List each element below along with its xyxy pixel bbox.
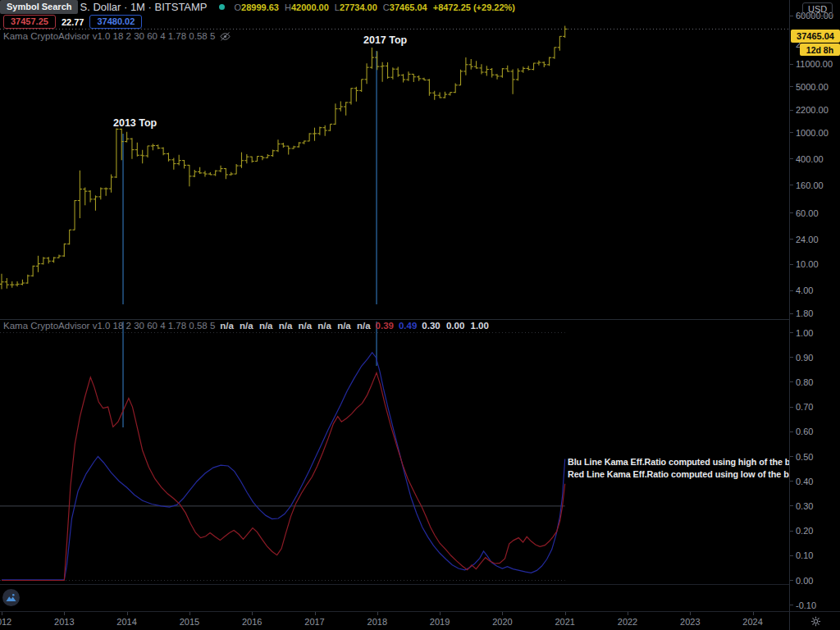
axis-tick-label: 0.40 xyxy=(796,477,813,486)
indicator-note-line1: Blu Line Kama Eff.Ratio computed using h… xyxy=(568,456,798,468)
axis-tick-mark xyxy=(790,132,793,133)
indicator-level-values: 0.30 0.00 1.00 xyxy=(422,321,489,331)
symbol-title[interactable]: S. Dollar · 1M · BITSTAMP xyxy=(80,1,207,13)
year-tick-mark xyxy=(127,612,128,615)
axis-tick-label: 0.50 xyxy=(796,452,813,462)
annotation-2017-top[interactable]: 2017 Top xyxy=(363,34,407,46)
spread-value: 22.77 xyxy=(62,17,84,27)
year-label: 2018 xyxy=(368,617,387,627)
axis-tick-label: 1000.00 xyxy=(796,128,829,138)
axis-tick-mark xyxy=(790,481,793,482)
year-label: 2017 xyxy=(304,617,324,627)
annotation-2013-top[interactable]: 2013 Top xyxy=(113,117,157,129)
axis-tick-label: 0.20 xyxy=(796,526,813,536)
axis-tick-mark xyxy=(790,212,793,213)
axis-tick-label: 160.00 xyxy=(796,180,824,190)
axis-tick-label: 4.00 xyxy=(796,285,813,295)
year-tick-mark xyxy=(628,612,628,615)
axis-tick-label: 5000.00 xyxy=(796,82,829,92)
axis-tick-label: 0.80 xyxy=(796,377,813,387)
ohlc-readout: O28999.63 H42000.00 L27734.00 C37465.04 … xyxy=(235,2,521,12)
indicator-legend-label: Kama CryptoAdvisor v1.0 18 2 30 60 4 1.7… xyxy=(3,31,215,41)
year-label: 2021 xyxy=(555,617,574,627)
axis-tick-mark xyxy=(790,313,793,314)
axis-tick-mark xyxy=(790,290,793,291)
axis-tick-label: -0.10 xyxy=(796,600,816,610)
year-tick-mark xyxy=(377,612,378,615)
chart-image-button[interactable] xyxy=(2,589,20,606)
axis-tick-label: 0.00 xyxy=(796,576,813,586)
indicator-red-value: 0.39 xyxy=(376,321,394,331)
eff-ratio-low-red[interactable] xyxy=(2,372,565,580)
axis-tick-mark xyxy=(790,531,793,532)
header-row: Symbol Search S. Dollar · 1M · BITSTAMP … xyxy=(0,0,521,14)
axis-tick-mark xyxy=(790,239,793,240)
chart-canvas[interactable] xyxy=(0,0,789,611)
axis-tick-label: 400.00 xyxy=(796,154,824,164)
axis-tick-mark xyxy=(790,505,793,506)
axis-tick-mark xyxy=(790,381,793,382)
countdown-badge: 12d 8h xyxy=(800,43,840,56)
ohlc-open-label: O xyxy=(235,2,242,12)
axis-tick-mark xyxy=(790,580,793,581)
alert-labels-row: 37457.25 22.77 37480.02 xyxy=(3,15,142,29)
price-axis[interactable]: 60000.0011000.005000.002200.001000.00400… xyxy=(789,0,840,611)
year-label: 2020 xyxy=(492,617,512,627)
axis-tick-mark xyxy=(790,407,793,408)
year-label: 2022 xyxy=(618,617,637,627)
time-axis[interactable]: 2012201320142015201620172018201920202021… xyxy=(0,611,789,630)
year-tick-mark xyxy=(2,612,2,615)
year-tick-mark xyxy=(315,612,316,615)
year-tick-mark xyxy=(440,612,441,615)
axis-tick-mark xyxy=(790,64,793,65)
ohlc-close-value: 37465.04 xyxy=(390,2,427,12)
axis-tick-label: 1.00 xyxy=(796,328,813,338)
year-label: 2014 xyxy=(116,617,136,627)
mountains-icon xyxy=(6,593,16,602)
eff-ratio-high-blue[interactable] xyxy=(2,353,565,580)
ohlc-open-value: 28999.63 xyxy=(241,2,279,12)
indicator-legend-row: Kama CryptoAdvisor v1.0 18 2 30 60 4 1.7… xyxy=(3,321,489,331)
year-tick-mark xyxy=(502,612,503,615)
axis-tick-label: 0.60 xyxy=(796,427,813,436)
year-label: 2019 xyxy=(430,617,450,627)
year-tick-mark xyxy=(64,612,65,615)
market-status-dot xyxy=(219,4,225,10)
price-alert-high-label[interactable]: 37480.02 xyxy=(89,15,142,29)
year-label: 2012 xyxy=(0,617,11,627)
indicator-note: Blu Line Kama Eff.Ratio computed using h… xyxy=(568,456,798,480)
axis-tick-mark xyxy=(790,357,793,358)
axis-tick-mark xyxy=(790,86,793,87)
price-alert-low-label[interactable]: 37457.25 xyxy=(3,15,56,29)
year-label: 2024 xyxy=(742,617,762,627)
ohlc-close-label: C xyxy=(383,2,390,12)
indicator-blue-value: 0.49 xyxy=(399,321,417,331)
indicator-legend-hidden: Kama CryptoAdvisor v1.0 18 2 30 60 4 1.7… xyxy=(3,31,231,41)
symbol-search-tooltip: Symbol Search xyxy=(0,0,78,14)
axis-tick-mark xyxy=(790,456,793,457)
axis-tick-mark xyxy=(790,110,793,111)
year-label: 2016 xyxy=(242,617,262,627)
ohlc-high-value: 42000.00 xyxy=(291,2,329,12)
axis-tick-mark xyxy=(790,555,793,556)
axis-tick-mark xyxy=(790,431,793,432)
settings-gear-icon[interactable] xyxy=(810,616,821,627)
axis-settings-corner[interactable] xyxy=(789,611,840,630)
year-tick-mark xyxy=(565,612,566,615)
indicator-note-line2: Red Line Kama Eff.Ratio computed using l… xyxy=(568,468,798,481)
axis-tick-label: 1.80 xyxy=(796,308,813,318)
indicator-label: Kama CryptoAdvisor v1.0 18 2 30 60 4 1.7… xyxy=(3,321,215,331)
indicator-na-values: n/a n/a n/a n/a n/a n/a n/a n/a xyxy=(220,321,370,331)
year-tick-mark xyxy=(690,612,691,615)
year-label: 2015 xyxy=(180,617,199,627)
eye-hidden-icon[interactable] xyxy=(220,32,231,41)
year-tick-mark xyxy=(753,612,754,615)
currency-toggle-button[interactable]: USD xyxy=(802,2,833,16)
axis-tick-label: 0.10 xyxy=(796,550,813,560)
axis-tick-label: 0.30 xyxy=(796,501,813,511)
year-label: 2013 xyxy=(54,617,74,627)
axis-tick-label: 11000.00 xyxy=(796,59,833,69)
axis-tick-label: 10.00 xyxy=(796,259,819,269)
axis-tick-mark xyxy=(790,332,793,333)
axis-tick-mark xyxy=(790,264,793,265)
